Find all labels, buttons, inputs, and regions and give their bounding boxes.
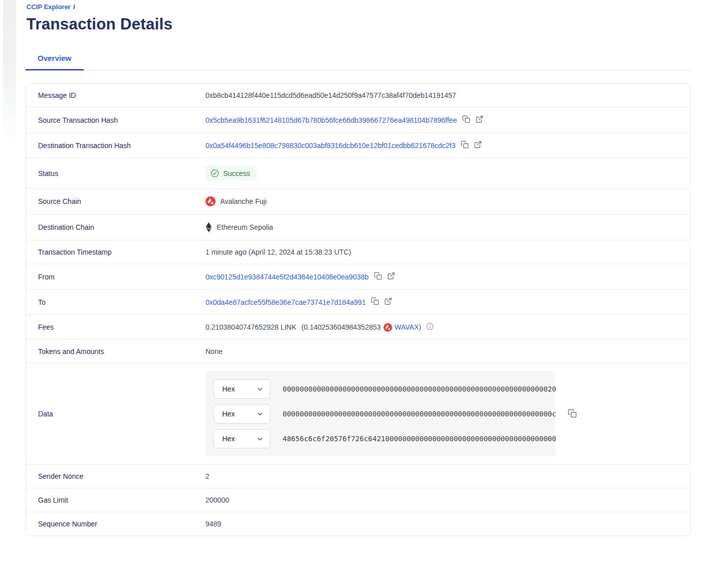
copy-icon (462, 115, 470, 125)
row-transaction-timestamp: Transaction Timestamp 1 minute ago (Apri… (26, 240, 690, 264)
external-link-button[interactable] (384, 297, 392, 307)
data-format-select[interactable]: Hex (214, 379, 270, 399)
row-from: From 0xc90125d1e9384744e5f2d4364e10408e0… (26, 264, 690, 290)
data-hex-line: Hex 000000000000000000000000000000000000… (214, 404, 547, 423)
external-link-icon (474, 140, 482, 150)
data-format-select-value: Hex (222, 410, 235, 418)
fees-info-button[interactable] (426, 323, 434, 332)
field-label: Gas Limit (38, 496, 205, 504)
data-format-select-value: Hex (222, 435, 235, 443)
data-copy-button[interactable] (568, 409, 577, 419)
data-hex-value: 0000000000000000000000000000000000000000… (283, 385, 556, 393)
tab-overview[interactable]: Overview (25, 54, 84, 70)
row-to: To 0x0da4e87acfce55f58e36e7cae73741e7d18… (26, 290, 690, 315)
fees-converted-amount: (0.140253604984352853 (301, 323, 381, 331)
data-hex-line: Hex 000000000000000000000000000000000000… (214, 379, 547, 399)
tokens-and-amounts-value: None (205, 347, 222, 356)
sender-nonce-value: 2 (205, 472, 210, 480)
status-badge-label: Success (223, 169, 250, 178)
status-badge: Success (205, 166, 257, 181)
row-status: Status Success (26, 158, 690, 189)
data-hex-line: Hex 48656c6c6f20576f726c6421000000000000… (214, 429, 547, 448)
breadcrumb-ccip-explorer-link[interactable]: CCIP Explorer (26, 3, 71, 11)
data-format-select[interactable]: Hex (214, 429, 270, 448)
breadcrumb: CCIP Explorer/ (25, 3, 690, 11)
main-content: CCIP Explorer/ Transaction Details Overv… (25, 3, 690, 536)
destination-tx-hash-link[interactable]: 0x0a54f4496b15e808c798830c003abf8316dcb6… (205, 142, 456, 150)
chevron-down-icon (256, 435, 264, 443)
copy-button[interactable] (462, 115, 470, 125)
breadcrumb-separator: / (73, 3, 75, 11)
transaction-details-card: Message ID 0xb8cb414128f440e115dcd5d6ead… (25, 83, 690, 536)
copy-button[interactable] (461, 140, 469, 150)
wavax-token-link[interactable]: WAVAX) (395, 323, 422, 331)
row-destination-chain: Destination Chain Ethereum Sepolia (26, 215, 690, 240)
field-label: Transaction Timestamp (38, 248, 205, 256)
destination-chain-name: Ethereum Sepolia (217, 223, 273, 231)
data-format-select[interactable]: Hex (214, 404, 270, 423)
field-label: Sequence Number (38, 520, 205, 528)
copy-icon (568, 409, 577, 419)
row-tokens-and-amounts: Tokens and Amounts None (26, 340, 690, 364)
data-hex-value: 48656c6c6f20576f726c64210000000000000000… (283, 435, 556, 443)
copy-icon (461, 140, 469, 150)
field-label: Tokens and Amounts (38, 347, 205, 356)
message-id-value: 0xb8cb414128f440e115dcd5d6ead50e14d250f9… (205, 91, 456, 99)
external-link-icon (384, 297, 392, 307)
row-fees: Fees 0.21038040747652928 LINK (0.1402536… (26, 315, 690, 340)
from-address-link[interactable]: 0xc90125d1e9384744e5f2d4364e10408e0ea903… (205, 273, 369, 281)
avalanche-icon (205, 196, 216, 206)
sequence-number-value: 9489 (205, 520, 221, 528)
to-address-link[interactable]: 0x0da4e87acfce55f58e36e7cae73741e7d184a9… (205, 298, 366, 306)
field-label: From (38, 273, 205, 281)
external-link-button[interactable] (475, 115, 483, 125)
avalanche-icon (384, 323, 392, 332)
check-circle-icon (211, 169, 219, 178)
field-label: Fees (38, 323, 205, 331)
data-format-select-value: Hex (222, 385, 235, 393)
field-label: Status (38, 169, 205, 178)
row-sequence-number: Sequence Number 9489 (26, 512, 690, 536)
row-source-chain: Source Chain Avalanche Fuji (26, 189, 690, 215)
chevron-down-icon (256, 410, 264, 418)
info-icon (426, 323, 434, 332)
ethereum-icon (205, 222, 212, 232)
external-link-icon (387, 272, 395, 281)
page-title: Transaction Details (25, 15, 690, 33)
gas-limit-value: 200000 (205, 496, 229, 504)
row-source-tx-hash: Source Transaction Hash 0x5cb5ea9b1631f6… (26, 108, 690, 133)
copy-button[interactable] (374, 272, 382, 281)
field-label: Destination Transaction Hash (38, 142, 205, 150)
source-chain-name: Avalanche Fuji (220, 197, 267, 205)
data-hex-box: Hex 000000000000000000000000000000000000… (205, 371, 556, 456)
tab-bar: Overview (25, 54, 690, 70)
row-data: Data Hex 0000000000000000000000000000000… (26, 364, 690, 465)
field-label: Sender Nonce (38, 472, 205, 480)
external-link-button[interactable] (474, 140, 482, 150)
field-label: Source Chain (38, 197, 205, 205)
copy-button[interactable] (371, 297, 379, 307)
copy-icon (374, 272, 382, 281)
external-link-icon (475, 115, 483, 125)
data-hex-value: 0000000000000000000000000000000000000000… (283, 410, 556, 418)
row-destination-tx-hash: Destination Transaction Hash 0x0a54f4496… (26, 133, 690, 158)
field-label: Data (38, 410, 205, 418)
row-gas-limit: Gas Limit 200000 (26, 488, 690, 512)
field-label: Source Transaction Hash (38, 116, 205, 124)
field-label: Message ID (38, 91, 205, 99)
external-link-button[interactable] (387, 272, 395, 281)
field-label: To (38, 298, 205, 306)
page-edge-shade (3, 0, 16, 147)
source-tx-hash-link[interactable]: 0x5cb5ea9b1631f62148105d67b780b56fce66db… (205, 116, 457, 124)
row-message-id: Message ID 0xb8cb414128f440e115dcd5d6ead… (26, 84, 690, 108)
row-sender-nonce: Sender Nonce 2 (26, 465, 690, 488)
copy-icon (371, 297, 379, 307)
fees-link-amount: 0.21038040747652928 LINK (205, 323, 296, 331)
field-label: Destination Chain (38, 223, 205, 231)
transaction-timestamp-value: 1 minute ago (April 12, 2024 at 15:38:23… (205, 248, 351, 256)
chevron-down-icon (256, 385, 264, 393)
